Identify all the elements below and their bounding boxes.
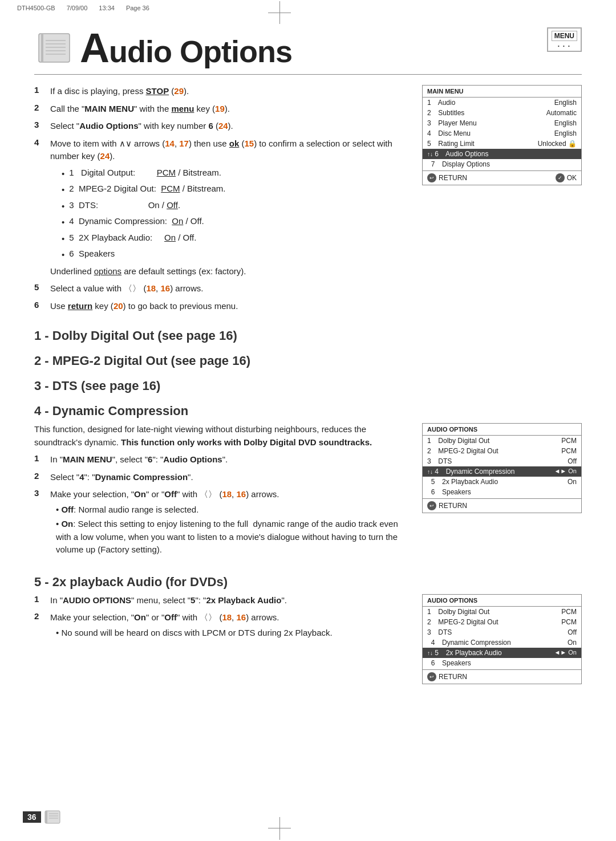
intro-step-2: 2 Call the "MAIN MENU" with the menu key… bbox=[34, 103, 405, 116]
menu-row-1: 1 Audio English bbox=[423, 97, 581, 108]
sec5-step-num-2: 2 bbox=[34, 611, 48, 621]
s5-ref-16: 16 bbox=[236, 612, 246, 622]
ao-row-5-s5: ↑↓ 5 2x Playback Audio ◄► On bbox=[423, 648, 581, 658]
ok-button[interactable]: ✓ OK bbox=[556, 173, 577, 182]
menu-icon-box: MENU • • • bbox=[547, 27, 582, 52]
ao-row-5-value-s4: On bbox=[568, 478, 577, 486]
page-title: Audio Options bbox=[80, 27, 292, 68]
main-menu-ref: MAIN MENU bbox=[84, 104, 134, 113]
intro-step-6: 6 Use return key (20) to go back to prev… bbox=[34, 300, 405, 313]
step-content-2: Call the "MAIN MENU" with the menu key (… bbox=[50, 103, 405, 116]
ao-row-4-label-s5: 4 Dynamic Compression bbox=[427, 639, 568, 647]
on-label-5: On bbox=[164, 233, 176, 242]
sec5-step-content-2: Make your selection, "On" or "Off" with … bbox=[50, 611, 405, 641]
sec4-step-content-2: Select "4": "Dynamic Compression". bbox=[50, 471, 405, 484]
ao-row-1-value-s5: PCM bbox=[561, 608, 577, 616]
menu-row-7: 7 Display Options bbox=[423, 159, 581, 169]
return-button-s4[interactable]: ↩ RETURN bbox=[427, 501, 467, 510]
menu-icon-label: MENU bbox=[552, 31, 577, 41]
ao-row-3-value-s4: Off bbox=[568, 457, 577, 465]
step-content-6: Use return key (20) to go back to previo… bbox=[50, 300, 405, 313]
ao-row-2-s5: 2 MPEG-2 Digital Out PCM bbox=[423, 617, 581, 627]
menu-row-3-value: English bbox=[554, 119, 577, 127]
bullet-6: • bbox=[62, 249, 64, 262]
menu-row-5-value: Unlocked 🔒 bbox=[538, 140, 577, 148]
s4-ref-16: 16 bbox=[236, 489, 246, 499]
crop-mark-top-v bbox=[279, 1, 280, 24]
ok-ref: 15 bbox=[245, 139, 254, 148]
bold-warning: This function only works with Dolby Digi… bbox=[121, 437, 372, 447]
ao-row-1-value-s4: PCM bbox=[561, 437, 577, 445]
audio-options-ref: Audio Options bbox=[79, 121, 138, 131]
key-6-label: 6 bbox=[208, 121, 213, 131]
step-content-5: Select a value with 〈〉 (18, 16) arrows. bbox=[50, 282, 405, 295]
sec4-step-num-1: 1 bbox=[34, 453, 48, 463]
return-button[interactable]: ↩ RETURN bbox=[427, 173, 467, 182]
return-button-s5[interactable]: ↩ RETURN bbox=[427, 672, 467, 681]
svg-rect-1 bbox=[41, 34, 43, 62]
ao-row-5-label-s5: ↑↓ 5 2x Playback Audio bbox=[427, 649, 554, 657]
ao-row-3-label-s5: 3 DTS bbox=[427, 628, 568, 636]
five-s5: 5 bbox=[191, 595, 195, 605]
main-menu-panel: MAIN MENU 1 Audio English 2 Subtitles Au… bbox=[422, 85, 582, 185]
ao-footer-s5: ↩ RETURN bbox=[423, 669, 581, 684]
bullet-5: • bbox=[62, 233, 64, 246]
intro-steps-list: 1 If a disc is playing, press STOP (29).… bbox=[34, 85, 405, 312]
ao-row-5-label-s4: 5 2x Playback Audio bbox=[427, 478, 568, 486]
ao-row-4-label-s4: ↑↓ 4 Dynamic Compression bbox=[427, 468, 554, 476]
audio-options-panel-s4: AUDIO OPTIONS 1 Dolby Digital Out PCM 2 … bbox=[422, 423, 582, 513]
menu-row-1-value: English bbox=[554, 99, 577, 107]
sub-item-5-text: 5 2X Playback Audio: On / Off. bbox=[69, 231, 196, 245]
intro-steps-col: 1 If a disc is playing, press STOP (29).… bbox=[34, 85, 405, 318]
ok-label: OK bbox=[567, 174, 577, 182]
off-bullet: Off bbox=[61, 505, 74, 514]
sec4-step-content-1: In "MAIN MENU", select "6": "Audio Optio… bbox=[50, 453, 405, 466]
menu-row-5: 5 Rating Limit Unlocked 🔒 bbox=[423, 139, 581, 149]
stop-label: STOP bbox=[146, 86, 169, 96]
menu-row-7-label: 7 Display Options bbox=[427, 160, 577, 168]
menu-row-3-label: 3 Player Menu bbox=[427, 119, 554, 127]
twox-s5: 2x Playback Audio bbox=[206, 595, 281, 605]
menu-key-label: menu bbox=[171, 104, 194, 113]
dyncomp-s4: Dynamic Compression bbox=[95, 472, 188, 482]
audio-opts-s5: AUDIO OPTIONS bbox=[63, 595, 131, 605]
step-num-3: 3 bbox=[34, 120, 48, 129]
sec4-bullet-off: • Off: Normal audio range is selected. bbox=[56, 503, 405, 517]
bullet-2: • bbox=[62, 184, 64, 197]
step-num-6: 6 bbox=[34, 300, 48, 310]
ao-row-2-value-s5: PCM bbox=[561, 618, 577, 626]
ao-row-5-s4: 5 2x Playback Audio On bbox=[423, 477, 581, 487]
ao-footer-s4: ↩ RETURN bbox=[423, 498, 581, 513]
audio-opt-s4: Audio Options bbox=[163, 454, 222, 464]
return-label: RETURN bbox=[439, 174, 467, 182]
menu-row-5-label: 5 Rating Limit bbox=[427, 140, 538, 148]
section-5-area: 1 In "AUDIO OPTIONS" menu, select "5": "… bbox=[34, 594, 582, 684]
sub-item-3-text: 3 DTS: On / Off. bbox=[69, 199, 180, 212]
menu-row-4-value: English bbox=[554, 129, 577, 137]
menu-row-2: 2 Subtitles Automatic bbox=[423, 108, 581, 118]
book-icon bbox=[34, 28, 74, 68]
title-rest: udio Options bbox=[109, 34, 292, 68]
sub-item-6-text: 6 Speakers bbox=[69, 247, 115, 261]
sec5-step-content-1: In "AUDIO OPTIONS" menu, select "5": "2x… bbox=[50, 594, 405, 607]
top-bar: DTH4500-GB 7/09/00 13:34 Page 36 bbox=[0, 0, 616, 16]
section-4-heading: 4 - Dynamic Compression bbox=[34, 404, 582, 419]
ao-row-3-s4: 3 DTS Off bbox=[423, 456, 581, 466]
on-s4: On bbox=[134, 489, 146, 499]
ao-row-3-s5: 3 DTS Off bbox=[423, 627, 581, 637]
doc-ref: DTH4500-GB bbox=[17, 5, 55, 11]
four-s4: 4 bbox=[79, 472, 84, 482]
audio-options-panel-s5: AUDIO OPTIONS 1 Dolby Digital Out PCM 2 … bbox=[422, 594, 582, 684]
intro-area: 1 If a disc is playing, press STOP (29).… bbox=[34, 85, 582, 318]
audio-options-panel-title-s4: AUDIO OPTIONS bbox=[423, 424, 581, 436]
menu-dots: • • • bbox=[558, 43, 571, 48]
bullet-1: • bbox=[62, 168, 64, 181]
sec5-step-2: 2 Make your selection, "On" or "Off" wit… bbox=[34, 611, 405, 641]
step-content-1: If a disc is playing, press STOP (29). bbox=[50, 85, 405, 98]
menu-row-6-label: ↑↓ 6 Audio Options bbox=[427, 150, 577, 158]
off-s5: Off bbox=[164, 612, 177, 622]
main-menu-panel-title: MAIN MENU bbox=[423, 86, 581, 97]
step-num-5: 5 bbox=[34, 282, 48, 292]
ao-row-4-s4: ↑↓ 4 Dynamic Compression ◄► On bbox=[423, 466, 581, 477]
section-4-steps: 1 In "MAIN MENU", select "6": "Audio Opt… bbox=[34, 453, 405, 559]
